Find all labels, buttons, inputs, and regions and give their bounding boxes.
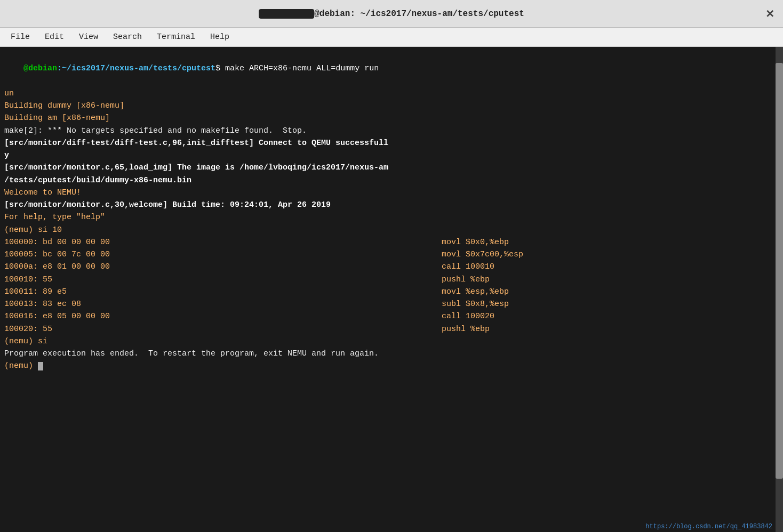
scrollbar-thumb[interactable] [776,63,783,479]
disasm-row: 100005: bc 00 7c 00 00 movl $0x7c00,%esp [4,248,779,261]
output-line: /tests/cputest/build/dummy-x86-nemu.bin [4,174,779,187]
disasm-row: 100016: e8 05 00 00 00 call 100020 [4,310,779,323]
prompt-path: :~/ics2017/nexus-am/tests/cputest [57,64,215,73]
output-line: make[2]: *** No targets specified and no… [4,125,779,137]
terminal-body[interactable]: @debian:~/ics2017/nexus-am/tests/cputest… [0,47,783,532]
output-line: [src/monitor/monitor.c,30,welcome] Build… [4,199,779,211]
disasm-row: 100013: 83 ec 08 subl $0x8,%esp [4,298,779,310]
output-line: Welcome to NEMU! [4,187,779,199]
menu-file[interactable]: File [4,30,36,44]
disasm-row: 100011: 89 e5 movl %esp,%ebp [4,286,779,298]
disasm-row: 10000a: e8 01 00 00 00 call 100010 [4,261,779,273]
prompt-user: @debian [23,64,57,73]
output-line: Building am [x86-nemu] [4,112,779,124]
prompt-line: @debian:~/ics2017/nexus-am/tests/cputest… [4,50,779,87]
menu-view[interactable]: View [73,30,105,44]
output-line: Building dummy [x86-nemu] [4,100,779,112]
output-line: [src/monitor/monitor.c,65,load_img] The … [4,162,779,174]
prompt-command: $ make ARCH=x86-nemu ALL=dummy run [215,64,379,73]
output-line: un [4,87,779,100]
menu-bar: File Edit View Search Terminal Help [0,28,783,47]
nemu-prompt: (nemu) si 10 [4,224,779,236]
menu-search[interactable]: Search [107,30,148,44]
menu-terminal[interactable]: Terminal [150,30,202,44]
output-line: [src/monitor/diff-test/diff-test.c,96,in… [4,137,779,149]
close-button[interactable]: ✕ [765,7,774,20]
nemu-final-prompt: (nemu) [4,360,779,372]
disasm-row: 100010: 55 pushl %ebp [4,273,779,286]
status-url: https://blog.csdn.net/qq_41983842 [645,522,772,532]
disasm-row: 100020: 55 pushl %ebp [4,323,779,335]
title-bar: ██████████@debian: ~/ics2017/nexus-am/te… [0,0,783,28]
output-line: For help, type "help" [4,211,779,223]
nemu-prompt: (nemu) si [4,335,779,348]
disasm-row: 100000: bd 00 00 00 00 movl $0x0,%ebp [4,236,779,248]
window-title: ██████████@debian: ~/ics2017/nexus-am/te… [259,9,524,19]
menu-help[interactable]: Help [204,30,236,44]
output-line: y [4,149,779,162]
redacted-username: ██████████ [259,9,314,19]
scrollbar[interactable] [776,47,783,532]
menu-edit[interactable]: Edit [38,30,70,44]
output-line: Program execution has ended. To restart … [4,348,779,360]
terminal-cursor [38,362,43,370]
